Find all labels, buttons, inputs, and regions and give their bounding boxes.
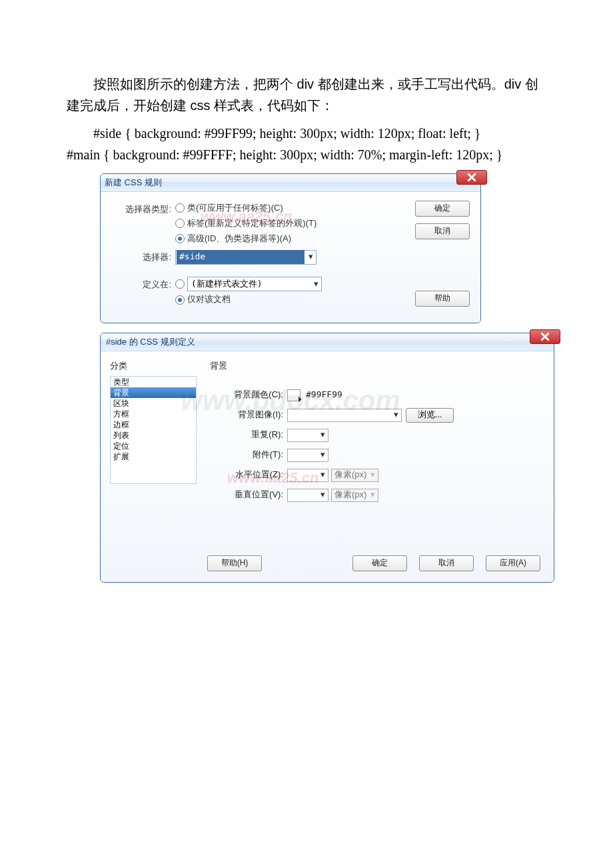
vpos-combo[interactable]: ▾	[287, 489, 328, 502]
repeat-label: 重复(R):	[210, 428, 287, 442]
category-header: 分类	[110, 359, 197, 373]
selector-combo[interactable]: #side ▾	[175, 250, 316, 265]
vpos-unit: 像素(px)▾	[331, 489, 378, 502]
category-item[interactable]: 类型	[111, 377, 196, 387]
category-item[interactable]: 区块	[111, 398, 196, 409]
close-button[interactable]	[456, 170, 487, 185]
chevron-down-icon: ▾	[310, 277, 321, 291]
dialog-title: #side 的 CSS 规则定义	[106, 335, 195, 349]
dialog-titlebar: #side 的 CSS 规则定义	[101, 333, 554, 351]
dialog-title: 新建 CSS 规则	[105, 176, 162, 190]
category-item[interactable]: 背景	[111, 387, 196, 398]
category-item[interactable]: 边框	[111, 419, 196, 430]
radio-define-new[interactable]: (新建样式表文件) ▾	[175, 277, 470, 291]
hpos-unit: 像素(px)▾	[331, 469, 378, 482]
chevron-down-icon: ▾	[370, 468, 375, 482]
chevron-down-icon: ▾	[317, 468, 328, 482]
help-button[interactable]: 帮助(H)	[207, 555, 262, 571]
category-list[interactable]: 类型 背景 区块 方框 边框 列表 定位 扩展	[110, 376, 197, 484]
chevron-down-icon: ▾	[370, 488, 375, 502]
vpos-label: 垂直位置(V):	[210, 488, 287, 502]
attach-combo[interactable]: ▾	[287, 449, 328, 462]
apply-button[interactable]: 应用(A)	[486, 555, 540, 571]
dialog-titlebar: 新建 CSS 规则	[101, 174, 480, 192]
selector-label: 选择器:	[111, 249, 175, 265]
define-in-label: 定义在:	[111, 277, 175, 292]
help-button[interactable]: 帮助	[415, 291, 470, 307]
browse-button[interactable]: 浏览...	[406, 408, 454, 423]
code-line-1: #side { background: #99FF99; height: 300…	[67, 123, 546, 144]
chevron-down-icon: ▾	[390, 408, 401, 422]
color-swatch[interactable]	[287, 389, 301, 401]
intro-paragraph: 按照如图所示的创建方法，把两个 div 都创建出来，或手工写出代码。div 创建…	[67, 73, 546, 116]
category-item[interactable]: 列表	[111, 430, 196, 441]
ok-button[interactable]: 确定	[352, 555, 407, 571]
ok-button[interactable]: 确定	[415, 201, 470, 217]
close-button[interactable]	[530, 329, 560, 344]
bg-image-combo[interactable]: ▾	[287, 409, 402, 422]
define-file-combo[interactable]: (新建样式表文件) ▾	[187, 277, 322, 291]
new-css-rule-dialog: 新建 CSS 规则 www.aa25.cn 选择器类型: 类(可应用于任何标签)…	[100, 173, 481, 323]
panel-title: 背景	[210, 359, 544, 373]
chevron-down-icon: ▾	[317, 448, 328, 462]
category-item[interactable]: 方框	[111, 409, 196, 419]
category-item[interactable]: 定位	[111, 441, 196, 451]
selector-type-label: 选择器类型:	[111, 201, 175, 217]
repeat-combo[interactable]: ▾	[287, 429, 328, 442]
chevron-down-icon: ▾	[305, 250, 316, 264]
category-item[interactable]: 扩展	[111, 451, 196, 462]
cancel-button[interactable]: 取消	[419, 555, 474, 571]
chevron-down-icon: ▾	[317, 428, 328, 442]
code-line-2: #main { background: #99FFFF; height: 300…	[67, 144, 546, 165]
hpos-label: 水平位置(Z):	[210, 468, 287, 482]
attach-label: 附件(T):	[210, 448, 287, 462]
close-icon	[540, 332, 550, 341]
close-icon	[467, 173, 476, 182]
bg-color-value: #99FF99	[306, 388, 342, 402]
css-rule-definition-dialog: #side 的 CSS 规则定义 www.bdocx.com www.aa25.…	[100, 333, 554, 583]
chevron-down-icon: ▾	[317, 488, 328, 502]
cancel-button[interactable]: 取消	[415, 223, 470, 239]
hpos-combo[interactable]: ▾	[287, 469, 328, 482]
bg-image-label: 背景图像(I):	[210, 408, 287, 422]
bg-color-label: 背景颜色(C):	[210, 388, 287, 402]
